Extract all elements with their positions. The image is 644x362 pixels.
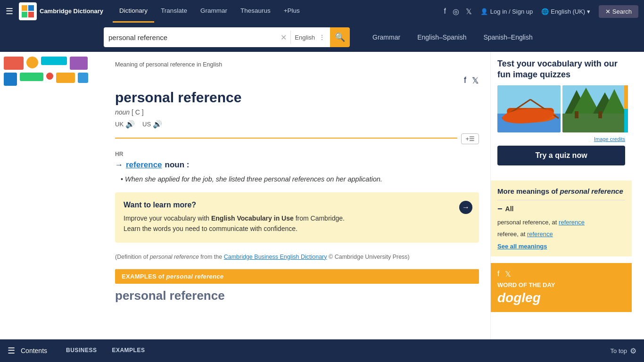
facebook-icon[interactable]: f — [444, 7, 446, 16]
instagram-icon[interactable]: ◎ — [453, 7, 459, 16]
hamburger-icon[interactable]: ☰ — [6, 6, 13, 16]
quiz-image-kayak — [497, 85, 561, 132]
search-button[interactable]: 🔍 — [330, 27, 350, 47]
color-block-orange-circle — [26, 57, 38, 68]
svg-rect-2 — [22, 12, 27, 17]
right-sidebar: Test your vocabulary with our fun image … — [490, 52, 632, 339]
partial-title: personal reference — [115, 288, 479, 303]
svg-rect-8 — [507, 108, 554, 115]
dots-icon[interactable]: ⋮ — [319, 33, 325, 41]
meaning-item-1: referee, at reference — [497, 230, 625, 239]
tab-spanish-english[interactable]: Spanish–English — [475, 27, 541, 47]
breadcrumb: Meaning of personal reference in English — [115, 61, 479, 68]
share-row: f 𝕏 — [115, 75, 479, 86]
quiz-images — [497, 85, 625, 132]
quiz-image-trees — [562, 85, 626, 132]
word-of-the-day-section: f 𝕏 WORD OF THE DAY dogleg — [491, 263, 632, 312]
image-credits-link[interactable]: Image credits — [497, 136, 625, 142]
chevron-down-icon: ▾ — [587, 8, 590, 15]
search-tab-links: Grammar English–Spanish Spanish–English — [364, 27, 541, 47]
reference-link[interactable]: reference — [126, 160, 162, 170]
color-block-green — [20, 73, 43, 81]
nav-link-grammar[interactable]: Grammar — [194, 0, 234, 23]
wotd-social-icons: f 𝕏 — [497, 270, 625, 279]
auth-button[interactable]: 👤 Log in / Sign up — [480, 8, 533, 15]
search-row: ✕ English ⋮ 🔍 Grammar English–Spanish Sp… — [0, 23, 644, 52]
wotd-label: WORD OF THE DAY — [497, 281, 625, 288]
logo-text: Cambridge Dictionary — [40, 8, 103, 15]
color-block-blue-sq — [78, 73, 88, 83]
svg-rect-0 — [22, 5, 27, 11]
color-block-blue — [4, 73, 17, 86]
nav-links: Dictionary Translate Grammar Thesaurus +… — [113, 0, 435, 23]
twitter-icon[interactable]: 𝕏 — [466, 7, 472, 16]
learn-more-text: Improve your vocabulary with English Voc… — [124, 213, 458, 234]
lang-selector[interactable]: 🌐 English (UK) ▾ — [541, 8, 590, 15]
lang-divider — [290, 31, 291, 44]
svg-point-7 — [506, 109, 555, 120]
color-block-red — [4, 57, 24, 70]
search-input-wrapper: ✕ English ⋮ — [104, 27, 330, 47]
color-block-red-circle — [46, 73, 53, 80]
quiz-title: Test your vocabulary with our fun image … — [497, 58, 625, 81]
nav-link-plus[interactable]: +Plus — [277, 0, 306, 23]
nav-link-thesaurus[interactable]: Thesaurus — [234, 0, 277, 23]
color-block-cyan — [41, 57, 67, 65]
us-audio-icon[interactable]: 🔊 — [153, 120, 162, 129]
learn-more-box: → Want to learn more? Improve your vocab… — [115, 192, 479, 243]
definition-pos: noun : — [165, 160, 190, 170]
definition-reference-row: → reference noun : — [115, 160, 479, 170]
svg-rect-17 — [575, 111, 578, 118]
facebook-share-icon[interactable]: f — [464, 75, 466, 86]
meaning-item-0: personal reference, at reference — [497, 218, 625, 227]
divider-line — [115, 138, 457, 139]
twitter-share-icon[interactable]: 𝕏 — [472, 75, 479, 86]
tab-grammar[interactable]: Grammar — [364, 27, 409, 47]
meaning-reference-link-0[interactable]: reference — [559, 219, 585, 226]
clear-icon[interactable]: ✕ — [281, 33, 287, 42]
examples-term: personal reference — [166, 273, 224, 280]
learn-more-arrow[interactable]: → — [459, 201, 472, 214]
def-footer: (Definition of personal reference from t… — [115, 252, 479, 262]
search-icon: 🔍 — [335, 32, 345, 42]
color-block-purple — [70, 57, 88, 70]
svg-rect-18 — [598, 111, 602, 118]
quiz-section: Test your vocabulary with our fun image … — [497, 58, 625, 172]
logo-icon — [19, 2, 37, 20]
svg-point-6 — [504, 109, 556, 123]
left-sidebar — [0, 52, 104, 339]
nav-link-translate[interactable]: Translate — [154, 0, 194, 23]
vocabulary-link[interactable]: English Vocabulary in Use — [211, 214, 294, 222]
uk-audio-icon[interactable]: 🔊 — [125, 120, 135, 129]
accent-strip-orange — [624, 85, 628, 109]
list-icon-button[interactable]: +☰ — [461, 133, 479, 144]
meanings-divider — [497, 200, 625, 200]
all-label: − All — [497, 204, 625, 214]
hr-label: HR — [115, 151, 479, 157]
search-top-button[interactable]: ✕ Search — [599, 5, 638, 18]
top-nav: ☰ Cambridge Dictionary Dictionary Transl… — [0, 0, 644, 23]
color-block-orange — [56, 73, 75, 83]
see-all-link[interactable]: See all meanings — [497, 243, 625, 250]
user-icon: 👤 — [480, 8, 488, 15]
arrow-icon: → — [115, 160, 123, 170]
wotd-twitter-icon[interactable]: 𝕏 — [505, 270, 511, 279]
minus-icon[interactable]: − — [497, 204, 503, 214]
wotd-facebook-icon[interactable]: f — [497, 270, 499, 279]
tab-english-spanish[interactable]: English–Spanish — [409, 27, 475, 47]
dict-source-link[interactable]: Cambridge Business English Dictionary — [224, 254, 327, 260]
more-meanings-title: More meanings of personal reference — [497, 187, 625, 195]
us-audio-label: US 🔊 — [142, 120, 162, 129]
examples-banner: EXAMPLES of personal reference — [115, 269, 479, 284]
meaning-reference-link-1[interactable]: reference — [527, 230, 553, 238]
svg-rect-1 — [28, 5, 34, 11]
more-meanings-section: More meanings of personal reference − Al… — [491, 181, 632, 256]
nav-link-dictionary[interactable]: Dictionary — [113, 0, 154, 23]
wotd-word[interactable]: dogleg — [497, 290, 625, 305]
svg-rect-3 — [28, 12, 34, 17]
logo-container[interactable]: Cambridge Dictionary — [19, 2, 103, 20]
content-area: Meaning of personal reference in English… — [104, 52, 490, 339]
audio-row: UK 🔊 US 🔊 — [115, 120, 479, 129]
search-input[interactable] — [108, 33, 278, 41]
quiz-button[interactable]: Try a quiz now — [497, 146, 625, 165]
